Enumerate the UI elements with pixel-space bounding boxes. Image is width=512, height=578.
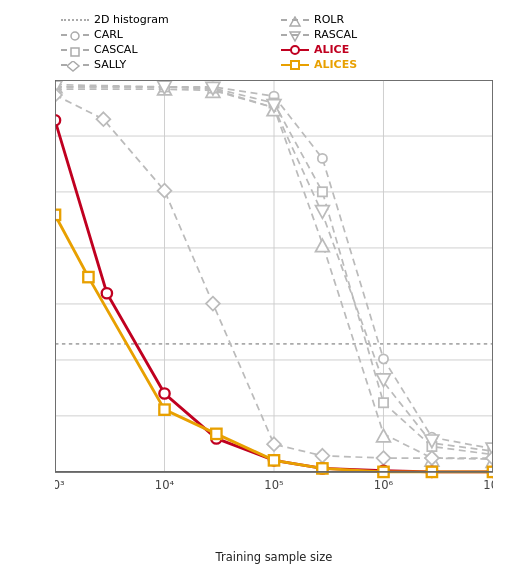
x-axis-label: Training sample size [55,550,493,564]
legend-carl: CARL [61,28,271,41]
svg-rect-6 [291,61,299,69]
svg-point-47 [318,154,327,163]
chart-svg: 0.000 0.025 0.050 0.075 0.100 0.125 0.15… [55,80,493,495]
legend-alices: ALICES [281,58,491,71]
svg-point-1 [71,32,79,40]
legend-label-cascal: CASCAL [94,43,138,56]
legend-sally: SALLY [61,58,271,71]
svg-rect-56 [379,398,388,407]
svg-marker-5 [67,61,79,71]
svg-text:10⁴: 10⁴ [155,478,175,492]
svg-marker-0 [290,17,300,26]
svg-marker-2 [290,32,300,41]
svg-text:10⁷: 10⁷ [483,478,493,492]
svg-text:10⁵: 10⁵ [264,478,284,492]
legend-alice: ALICE [281,43,491,56]
svg-rect-89 [269,455,279,465]
legend-label-sally: SALLY [94,58,126,71]
legend-rolr: ROLR [281,13,491,26]
legend: 2D histogram ROLR CARL RASCAL CASCAL [11,9,501,75]
svg-point-4 [291,46,299,54]
legend-label-rascal: RASCAL [314,28,357,41]
svg-rect-55 [318,187,327,196]
legend-label-rolr: ROLR [314,13,344,26]
legend-label-2d-histogram: 2D histogram [94,13,169,26]
legend-label-alice: ALICE [314,43,349,56]
svg-point-78 [159,388,169,398]
svg-rect-3 [71,48,79,56]
svg-rect-88 [211,429,221,439]
svg-point-48 [379,354,388,363]
svg-text:10⁶: 10⁶ [374,478,394,492]
legend-cascal: CASCAL [61,43,271,56]
legend-label-carl: CARL [94,28,123,41]
legend-2d-histogram: 2D histogram [61,13,271,26]
svg-rect-86 [83,272,93,282]
legend-label-alices: ALICES [314,58,357,71]
svg-point-77 [102,288,112,298]
legend-rascal: RASCAL [281,28,491,41]
chart-container: 2D histogram ROLR CARL RASCAL CASCAL [11,9,501,569]
svg-text:10³: 10³ [55,478,65,492]
svg-rect-87 [159,404,169,414]
